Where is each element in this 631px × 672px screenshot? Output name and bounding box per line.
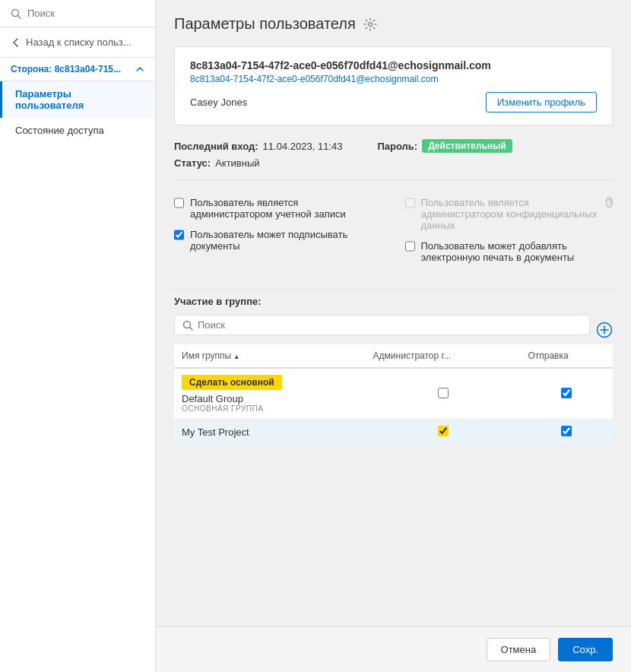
main-content: Параметры пользователя 8c813a04-7154-47f… [156,0,631,626]
group-section-title: Участие в группе: [174,296,613,307]
chevron-up-icon [135,65,144,74]
svg-line-4 [190,327,193,330]
group-name-cell: Сделать основной Default Group ОСНОВНАЯ … [174,368,366,420]
group-name-cell: My Test Project [174,420,366,445]
sidebar-item-access-status[interactable]: Состояние доступа [0,118,155,143]
cb-sign-input[interactable] [174,230,184,240]
sidebar-search-input[interactable] [27,8,144,19]
user-card: 8c813a04-7154-47f2-ace0-e056f70dfd41@ech… [174,46,613,125]
group-search-input[interactable] [198,319,582,331]
group-table-header: Имя группы Администратор г... Отправка [174,344,613,368]
back-label: Назад к списку польз... [26,36,132,48]
status-row: Статус: Активный [174,157,613,169]
make-primary-button[interactable]: Сделать основной [182,375,282,390]
help-icon[interactable]: ? [606,197,613,208]
group-row-name: My Test Project [182,426,358,438]
group-send-checkbox[interactable] [561,426,572,436]
col-group-admin: Администратор г... [366,344,521,368]
sidebar-item-user-settings[interactable]: Параметры пользователя [0,81,155,118]
svg-line-1 [18,15,21,18]
col-group-name[interactable]: Имя группы [174,344,366,368]
cb-stamp-input[interactable] [405,241,415,252]
group-search-bar [174,315,590,335]
back-arrow-icon [11,37,21,48]
cb-admin-item: Пользователь является администратором уч… [174,197,382,220]
cb-stamp-label: Пользователь может добавлять электронную… [421,240,614,263]
group-search-icon [182,320,193,331]
col-group-send: Отправка [520,344,613,368]
table-row: Сделать основной Default Group ОСНОВНАЯ … [174,368,613,420]
divider-2 [174,289,613,290]
user-email-main: 8c813a04-7154-47f2-ace0-e056f70dfd41@ech… [190,59,491,71]
footer: Отмена Сохр. [156,626,631,672]
password-label: Пароль: [377,141,417,152]
group-send-cell [520,420,613,445]
last-login-value: 11.04.2023, 11:43 [263,141,343,152]
group-row-name: Default Group [182,393,358,404]
password-status-badge: Действительный [422,139,512,153]
cb-stamp-item: Пользователь может добавлять электронную… [405,240,614,263]
checkbox-col-left: Пользователь является администратором уч… [174,197,382,263]
checkbox-col-right: Пользователь является администратором ко… [405,197,614,263]
save-button[interactable]: Сохр. [558,638,613,661]
sidebar-section-header: Сторона: 8c813a04-715... [0,58,155,81]
table-row: My Test Project [174,420,613,445]
last-login-label: Последний вход: [174,141,258,152]
cb-sign-item: Пользователь может подписывать документы [174,229,382,252]
group-send-checkbox[interactable] [561,388,572,398]
info-section: Последний вход: 11.04.2023, 11:43 Пароль… [174,139,613,169]
checkboxes-section: Пользователь является администратором уч… [174,186,613,274]
group-table-body: Сделать основной Default Group ОСНОВНАЯ … [174,368,613,445]
user-email-link[interactable]: 8c813a04-7154-47f2-ace0-e056f70dfd41@ech… [190,74,597,84]
back-to-list-button[interactable]: Назад к списку польз... [0,27,155,58]
status-label: Статус: [174,157,211,169]
page-header: Параметры пользователя [174,15,613,33]
cb-admin-input[interactable] [174,198,184,208]
cb-privacy-admin-item: Пользователь является администратором ко… [405,197,614,231]
sidebar-nav: Параметры пользователя Состояние доступа [0,81,155,143]
search-icon [11,8,21,19]
sidebar-search-container [0,0,155,27]
group-admin-cell [366,420,521,445]
cb-privacy-admin-label: Пользователь является администратором ко… [421,197,598,231]
divider-1 [174,179,613,180]
sidebar: Назад к списку польз... Сторона: 8c813a0… [0,0,156,672]
group-table: Имя группы Администратор г... Отправка С… [174,344,613,445]
edit-profile-button[interactable]: Изменить профиль [486,92,597,113]
add-circle-icon [596,322,613,338]
group-admin-cell [366,368,521,420]
last-login-row: Последний вход: 11.04.2023, 11:43 Пароль… [174,139,613,153]
page-title: Параметры пользователя [174,15,356,33]
cb-sign-label: Пользователь может подписывать документы [190,229,382,252]
group-search-row [174,315,613,344]
user-card-row: Casey Jones Изменить профиль [190,92,597,113]
status-value: Активный [215,157,259,169]
primary-label: ОСНОВНАЯ ГРУППА [182,404,358,413]
user-name: Casey Jones [190,97,247,108]
group-send-cell [520,368,613,420]
group-admin-checkbox[interactable] [438,426,449,436]
cb-admin-label: Пользователь является администратором уч… [190,197,382,220]
cancel-button[interactable]: Отмена [487,638,551,661]
svg-point-2 [368,22,372,26]
add-group-button[interactable] [596,322,613,338]
sidebar-section-label: Сторона: 8c813a04-715... [11,64,121,74]
group-admin-checkbox[interactable] [438,388,449,398]
gear-icon[interactable] [363,17,377,31]
cb-privacy-admin-input [405,198,415,208]
